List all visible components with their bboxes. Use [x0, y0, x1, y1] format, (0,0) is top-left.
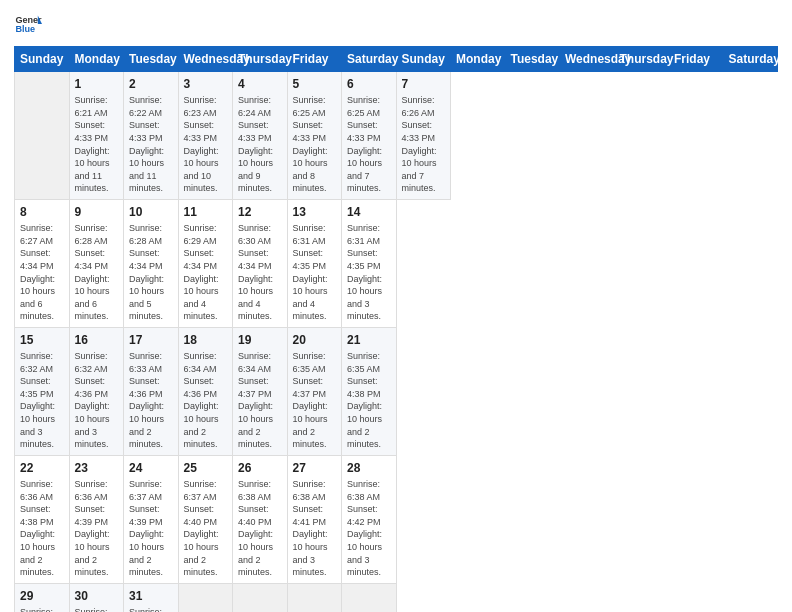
- day-number: 11: [184, 204, 228, 220]
- calendar-cell: 22Sunrise: 6:36 AM Sunset: 4:38 PM Dayli…: [15, 455, 70, 583]
- day-info: Sunrise: 6:32 AM Sunset: 4:35 PM Dayligh…: [20, 350, 64, 451]
- calendar-cell: 1Sunrise: 6:21 AM Sunset: 4:33 PM Daylig…: [69, 72, 124, 200]
- column-header-saturday: Saturday: [342, 47, 397, 72]
- calendar-header-row: SundayMondayTuesdayWednesdayThursdayFrid…: [15, 47, 778, 72]
- day-info: Sunrise: 6:39 AM Sunset: 4:42 PM Dayligh…: [20, 606, 64, 612]
- day-info: Sunrise: 6:27 AM Sunset: 4:34 PM Dayligh…: [20, 222, 64, 323]
- day-number: 10: [129, 204, 173, 220]
- svg-text:Blue: Blue: [15, 24, 35, 34]
- day-number: 8: [20, 204, 64, 220]
- day-info: Sunrise: 6:28 AM Sunset: 4:34 PM Dayligh…: [75, 222, 119, 323]
- day-info: Sunrise: 6:30 AM Sunset: 4:34 PM Dayligh…: [238, 222, 282, 323]
- day-number: 31: [129, 588, 173, 604]
- day-number: 22: [20, 460, 64, 476]
- day-number: 29: [20, 588, 64, 604]
- calendar-cell: 2Sunrise: 6:22 AM Sunset: 4:33 PM Daylig…: [124, 72, 179, 200]
- calendar-cell: 21Sunrise: 6:35 AM Sunset: 4:38 PM Dayli…: [342, 327, 397, 455]
- day-info: Sunrise: 6:37 AM Sunset: 4:40 PM Dayligh…: [184, 478, 228, 579]
- calendar-cell: 5Sunrise: 6:25 AM Sunset: 4:33 PM Daylig…: [287, 72, 342, 200]
- day-number: 28: [347, 460, 391, 476]
- day-info: Sunrise: 6:33 AM Sunset: 4:36 PM Dayligh…: [129, 350, 173, 451]
- day-number: 18: [184, 332, 228, 348]
- calendar-cell: 12Sunrise: 6:30 AM Sunset: 4:34 PM Dayli…: [233, 199, 288, 327]
- calendar-cell: 15Sunrise: 6:32 AM Sunset: 4:35 PM Dayli…: [15, 327, 70, 455]
- day-number: 9: [75, 204, 119, 220]
- calendar-cell: 31Sunrise: 6:39 AM Sunset: 4:44 PM Dayli…: [124, 583, 179, 612]
- column-header-thursday: Thursday: [614, 47, 669, 72]
- logo: General Blue: [14, 10, 42, 38]
- calendar-cell: 27Sunrise: 6:38 AM Sunset: 4:41 PM Dayli…: [287, 455, 342, 583]
- day-number: 1: [75, 76, 119, 92]
- calendar-cell: [233, 583, 288, 612]
- day-info: Sunrise: 6:26 AM Sunset: 4:33 PM Dayligh…: [402, 94, 446, 195]
- calendar-cell: 30Sunrise: 6:39 AM Sunset: 4:43 PM Dayli…: [69, 583, 124, 612]
- calendar-cell: [178, 583, 233, 612]
- day-number: 4: [238, 76, 282, 92]
- column-header-wednesday: Wednesday: [178, 47, 233, 72]
- day-number: 5: [293, 76, 337, 92]
- day-number: 6: [347, 76, 391, 92]
- day-info: Sunrise: 6:38 AM Sunset: 4:41 PM Dayligh…: [293, 478, 337, 579]
- day-info: Sunrise: 6:35 AM Sunset: 4:38 PM Dayligh…: [347, 350, 391, 451]
- day-number: 7: [402, 76, 446, 92]
- day-info: Sunrise: 6:39 AM Sunset: 4:44 PM Dayligh…: [129, 606, 173, 612]
- calendar-cell: 26Sunrise: 6:38 AM Sunset: 4:40 PM Dayli…: [233, 455, 288, 583]
- day-info: Sunrise: 6:35 AM Sunset: 4:37 PM Dayligh…: [293, 350, 337, 451]
- day-number: 16: [75, 332, 119, 348]
- calendar-cell: 13Sunrise: 6:31 AM Sunset: 4:35 PM Dayli…: [287, 199, 342, 327]
- day-info: Sunrise: 6:38 AM Sunset: 4:42 PM Dayligh…: [347, 478, 391, 579]
- calendar-cell: 29Sunrise: 6:39 AM Sunset: 4:42 PM Dayli…: [15, 583, 70, 612]
- column-header-wednesday: Wednesday: [560, 47, 615, 72]
- calendar-cell: [342, 583, 397, 612]
- day-number: 17: [129, 332, 173, 348]
- day-number: 15: [20, 332, 64, 348]
- day-number: 3: [184, 76, 228, 92]
- day-info: Sunrise: 6:23 AM Sunset: 4:33 PM Dayligh…: [184, 94, 228, 195]
- calendar-cell: 17Sunrise: 6:33 AM Sunset: 4:36 PM Dayli…: [124, 327, 179, 455]
- calendar-cell: 9Sunrise: 6:28 AM Sunset: 4:34 PM Daylig…: [69, 199, 124, 327]
- day-number: 24: [129, 460, 173, 476]
- column-header-friday: Friday: [669, 47, 724, 72]
- day-info: Sunrise: 6:37 AM Sunset: 4:39 PM Dayligh…: [129, 478, 173, 579]
- calendar-week-5: 29Sunrise: 6:39 AM Sunset: 4:42 PM Dayli…: [15, 583, 778, 612]
- day-number: 12: [238, 204, 282, 220]
- column-header-monday: Monday: [451, 47, 506, 72]
- day-info: Sunrise: 6:28 AM Sunset: 4:34 PM Dayligh…: [129, 222, 173, 323]
- calendar-cell: 28Sunrise: 6:38 AM Sunset: 4:42 PM Dayli…: [342, 455, 397, 583]
- day-number: 21: [347, 332, 391, 348]
- day-info: Sunrise: 6:21 AM Sunset: 4:33 PM Dayligh…: [75, 94, 119, 195]
- day-number: 23: [75, 460, 119, 476]
- day-info: Sunrise: 6:29 AM Sunset: 4:34 PM Dayligh…: [184, 222, 228, 323]
- day-number: 27: [293, 460, 337, 476]
- day-number: 20: [293, 332, 337, 348]
- calendar-cell: 23Sunrise: 6:36 AM Sunset: 4:39 PM Dayli…: [69, 455, 124, 583]
- day-info: Sunrise: 6:32 AM Sunset: 4:36 PM Dayligh…: [75, 350, 119, 451]
- calendar-cell: 16Sunrise: 6:32 AM Sunset: 4:36 PM Dayli…: [69, 327, 124, 455]
- day-number: 30: [75, 588, 119, 604]
- calendar-week-1: 1Sunrise: 6:21 AM Sunset: 4:33 PM Daylig…: [15, 72, 778, 200]
- calendar-cell: 14Sunrise: 6:31 AM Sunset: 4:35 PM Dayli…: [342, 199, 397, 327]
- day-number: 26: [238, 460, 282, 476]
- calendar-cell: 4Sunrise: 6:24 AM Sunset: 4:33 PM Daylig…: [233, 72, 288, 200]
- calendar-cell: 18Sunrise: 6:34 AM Sunset: 4:36 PM Dayli…: [178, 327, 233, 455]
- column-header-sunday: Sunday: [15, 47, 70, 72]
- calendar-cell: 7Sunrise: 6:26 AM Sunset: 4:33 PM Daylig…: [396, 72, 451, 200]
- column-header-sunday: Sunday: [396, 47, 451, 72]
- column-header-monday: Monday: [69, 47, 124, 72]
- calendar-cell: 11Sunrise: 6:29 AM Sunset: 4:34 PM Dayli…: [178, 199, 233, 327]
- column-header-friday: Friday: [287, 47, 342, 72]
- page-container: General Blue SundayMondayTuesdayWednesda…: [0, 0, 792, 612]
- calendar-cell: 19Sunrise: 6:34 AM Sunset: 4:37 PM Dayli…: [233, 327, 288, 455]
- calendar-cell: 24Sunrise: 6:37 AM Sunset: 4:39 PM Dayli…: [124, 455, 179, 583]
- logo-icon: General Blue: [14, 10, 42, 38]
- calendar-cell: 8Sunrise: 6:27 AM Sunset: 4:34 PM Daylig…: [15, 199, 70, 327]
- column-header-tuesday: Tuesday: [505, 47, 560, 72]
- day-number: 13: [293, 204, 337, 220]
- calendar-table: SundayMondayTuesdayWednesdayThursdayFrid…: [14, 46, 778, 612]
- day-info: Sunrise: 6:24 AM Sunset: 4:33 PM Dayligh…: [238, 94, 282, 195]
- day-info: Sunrise: 6:34 AM Sunset: 4:36 PM Dayligh…: [184, 350, 228, 451]
- column-header-thursday: Thursday: [233, 47, 288, 72]
- day-info: Sunrise: 6:39 AM Sunset: 4:43 PM Dayligh…: [75, 606, 119, 612]
- day-number: 14: [347, 204, 391, 220]
- day-number: 19: [238, 332, 282, 348]
